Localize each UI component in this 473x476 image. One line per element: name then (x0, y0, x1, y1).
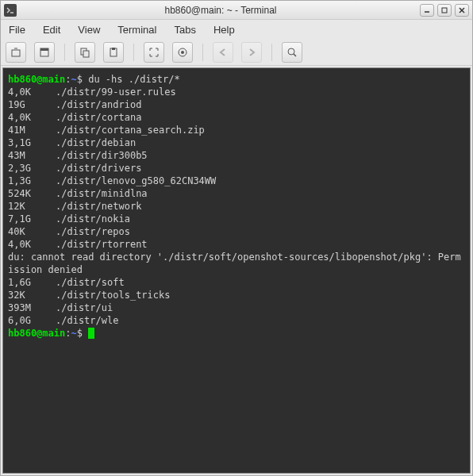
size-value: 12K (8, 200, 56, 213)
command-text: du -hs ./distr/* (88, 74, 180, 85)
toolbar-separator (202, 44, 203, 61)
window-title: hb860@main: ~ - Terminal (21, 5, 420, 16)
cursor (88, 328, 94, 339)
output-row: 4,0K./distr/rtorrent (8, 238, 465, 251)
output-row: 40K./distr/repos (8, 225, 465, 238)
path-value: ./distr/soft (56, 277, 125, 288)
output-row: 1,6G./distr/soft (8, 276, 465, 289)
menu-help[interactable]: Help (210, 22, 238, 37)
menubar: File Edit View Terminal Tabs Help (1, 20, 472, 39)
path-value: ./distr/dir300b5 (56, 150, 148, 161)
path-value: ./distr/cortana (56, 112, 141, 123)
prompt-line: hb860@main:~$ du -hs ./distr/* (8, 73, 465, 86)
next-tab-button[interactable] (241, 42, 262, 63)
window-controls (420, 4, 469, 17)
toolbar (1, 39, 472, 66)
close-button[interactable] (455, 4, 469, 17)
minimize-button[interactable] (420, 4, 434, 17)
search-button[interactable] (282, 42, 302, 63)
output-row: 2,3G./distr/drivers (8, 162, 465, 175)
size-value: 19G (8, 98, 56, 111)
path-value: ./distr/nokia (56, 213, 130, 225)
svg-rect-9 (83, 51, 89, 57)
output-row: 6,0G./distr/wle (8, 314, 465, 327)
path-value: ./distr/cortana_search.zip (56, 125, 205, 136)
new-window-button[interactable] (34, 42, 55, 63)
output-row: 4,0K./distr/99-user.rules (8, 86, 465, 98)
terminal-window: hb860@main: ~ - Terminal File Edit View … (0, 0, 473, 476)
svg-rect-7 (40, 48, 48, 51)
size-value: 32K (8, 289, 56, 301)
svg-point-14 (288, 48, 294, 55)
svg-rect-11 (112, 48, 115, 50)
new-tab-button[interactable] (6, 42, 26, 63)
menu-edit[interactable]: Edit (40, 22, 63, 37)
path-value: ./distr/minidlna (56, 188, 148, 199)
size-value: 2,3G (8, 162, 56, 175)
svg-line-15 (294, 54, 296, 56)
copy-button[interactable] (75, 42, 95, 63)
path-value: ./distr/rtorrent (56, 239, 148, 250)
output-row: 12K./distr/network (8, 200, 465, 213)
size-value: 7,1G (8, 213, 56, 225)
titlebar[interactable]: hb860@main: ~ - Terminal (1, 1, 472, 20)
path-value: ./distr/network (56, 201, 141, 212)
size-value: 6,0G (8, 314, 56, 327)
output-row: 3,1G./distr/debian (8, 136, 465, 149)
size-value: 393M (8, 301, 56, 314)
size-value: 4,0K (8, 238, 56, 251)
toolbar-separator (64, 44, 65, 61)
path-value: ./distr/ui (56, 302, 113, 313)
error-line: du: cannot read directory './distr/soft/… (8, 251, 465, 276)
output-row: 7,1G./distr/nokia (8, 213, 465, 225)
path-value: ./distr/99-user.rules (56, 86, 176, 98)
fullscreen-button[interactable] (144, 42, 164, 63)
maximize-button[interactable] (437, 4, 452, 17)
menu-tabs[interactable]: Tabs (171, 22, 198, 37)
size-value: 1,3G (8, 175, 56, 187)
path-value: ./distr/repos (56, 226, 130, 237)
output-row: 32K./distr/tools_tricks (8, 289, 465, 301)
toolbar-separator (271, 44, 272, 61)
toolbar-separator (133, 44, 134, 61)
terminal-content[interactable]: hb860@main:~$ du -hs ./distr/*4,0K./dist… (2, 67, 471, 474)
size-value: 4,0K (8, 111, 56, 124)
menu-file[interactable]: File (6, 22, 29, 37)
svg-rect-1 (442, 8, 447, 13)
svg-point-13 (181, 51, 184, 54)
size-value: 41M (8, 124, 56, 136)
output-row: 43M./distr/dir300b5 (8, 149, 465, 162)
svg-rect-4 (12, 50, 20, 56)
size-value: 524K (8, 187, 56, 200)
output-row: 4,0K./distr/cortana (8, 111, 465, 124)
prompt-line: hb860@main:~$ (8, 327, 465, 340)
size-value: 4,0K (8, 86, 56, 98)
size-value: 40K (8, 225, 56, 238)
output-row: 1,3G./distr/lenovo_g580_62CN34WW (8, 175, 465, 187)
preferences-button[interactable] (172, 42, 193, 63)
size-value: 3,1G (8, 136, 56, 149)
path-value: ./distr/tools_tricks (56, 290, 171, 301)
output-row: 41M./distr/cortana_search.zip (8, 124, 465, 136)
app-icon (4, 4, 17, 17)
path-value: ./distr/drivers (56, 163, 141, 174)
path-value: ./distr/andriod (56, 99, 141, 110)
output-row: 524K./distr/minidlna (8, 187, 465, 200)
path-value: ./distr/wle (56, 315, 118, 326)
output-row: 19G./distr/andriod (8, 98, 465, 111)
menu-terminal[interactable]: Terminal (114, 22, 160, 37)
size-value: 1,6G (8, 276, 56, 289)
path-value: ./distr/lenovo_g580_62CN34WW (56, 175, 216, 186)
size-value: 43M (8, 149, 56, 162)
path-value: ./distr/debian (56, 137, 136, 148)
output-row: 393M./distr/ui (8, 301, 465, 314)
paste-button[interactable] (103, 42, 124, 63)
menu-view[interactable]: View (75, 22, 103, 37)
prev-tab-button[interactable] (213, 42, 233, 63)
